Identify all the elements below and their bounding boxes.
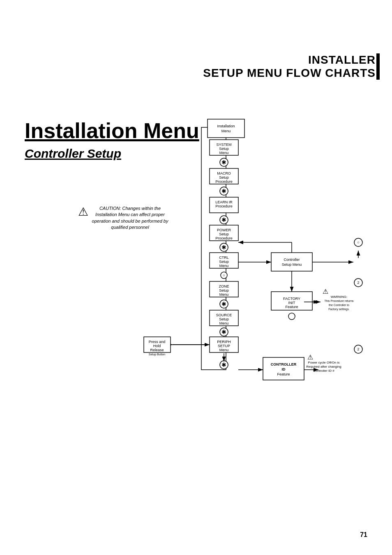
svg-text:Menu: Menu	[219, 321, 229, 325]
svg-text:Controller: Controller	[284, 258, 300, 262]
svg-text:PERIPH: PERIPH	[217, 340, 231, 344]
svg-text:This Procedure returns: This Procedure returns	[324, 299, 354, 302]
svg-point-44	[288, 313, 295, 320]
svg-rect-3	[208, 119, 244, 138]
svg-text:Menu: Menu	[219, 348, 229, 352]
svg-text:⚠: ⚠	[323, 288, 328, 295]
svg-text:✱: ✱	[221, 244, 226, 251]
svg-text:ID: ID	[282, 367, 286, 371]
svg-text:2: 2	[357, 281, 359, 285]
svg-text:Setup: Setup	[219, 175, 229, 180]
page-number: 71	[360, 531, 367, 539]
svg-text:ZONE: ZONE	[219, 284, 229, 288]
svg-text:○: ○	[223, 273, 225, 277]
svg-text:Required after changing: Required after changing	[306, 365, 341, 368]
svg-text:Setup: Setup	[219, 317, 229, 321]
svg-text:POWER: POWER	[217, 228, 231, 232]
svg-text:Press and: Press and	[149, 340, 166, 344]
page-header: INSTALLER SETUP MENU FLOW CHARTS	[203, 53, 376, 80]
svg-text:Release: Release	[150, 348, 164, 352]
svg-text:FACTORY: FACTORY	[283, 297, 300, 301]
flowchart: Installation Menu SYSTEM Setup Menu ✱ MA…	[82, 115, 370, 485]
svg-text:Power cycle Off/On is: Power cycle Off/On is	[308, 361, 340, 364]
svg-text:Setup Button: Setup Button	[149, 353, 166, 356]
svg-text:CTRL: CTRL	[219, 256, 229, 260]
svg-text:✱: ✱	[221, 329, 226, 335]
svg-rect-36	[271, 253, 312, 271]
svg-text:SYSTEM: SYSTEM	[216, 143, 231, 147]
svg-text:✱: ✱	[221, 301, 226, 307]
svg-text:Feature: Feature	[285, 305, 298, 309]
svg-text:✱: ✱	[221, 216, 226, 223]
svg-text:Feature: Feature	[277, 372, 290, 376]
title-line1: INSTALLER	[203, 53, 376, 67]
svg-text:Installation: Installation	[217, 124, 235, 128]
svg-text:Setup: Setup	[219, 288, 229, 292]
svg-text:✱: ✱	[221, 188, 226, 194]
svg-text:SOURCE: SOURCE	[216, 313, 232, 317]
svg-text:✱: ✱	[221, 159, 226, 166]
svg-text:Menu: Menu	[219, 151, 229, 155]
title-line2: SETUP MENU FLOW CHARTS	[203, 67, 376, 80]
svg-text:SETUP: SETUP	[218, 344, 230, 348]
svg-text:Menu: Menu	[221, 129, 231, 133]
svg-text:Procedure: Procedure	[215, 180, 233, 184]
svg-text:WARNING:: WARNING:	[331, 295, 348, 299]
svg-text:Procedure: Procedure	[215, 204, 233, 208]
svg-text:Setup: Setup	[219, 260, 229, 264]
svg-text:○: ○	[357, 240, 359, 244]
svg-text:MACRO: MACRO	[217, 171, 231, 175]
svg-text:2: 2	[357, 347, 359, 351]
svg-text:Factory settings.: Factory settings.	[328, 308, 349, 311]
svg-text:LEARN IR: LEARN IR	[215, 200, 233, 204]
svg-text:Menu: Menu	[219, 292, 229, 297]
svg-text:Procedure: Procedure	[215, 236, 233, 240]
svg-text:the Controller to: the Controller to	[329, 304, 349, 306]
svg-text:Hold: Hold	[153, 344, 161, 348]
svg-text:INIT: INIT	[288, 301, 296, 305]
svg-text:✱: ✱	[221, 362, 226, 368]
svg-text:Setup Menu: Setup Menu	[282, 263, 302, 267]
svg-text:⚠: ⚠	[307, 354, 313, 361]
svg-text:Setup: Setup	[219, 147, 229, 151]
svg-text:CONTROLLER: CONTROLLER	[271, 362, 297, 366]
svg-text:Menu: Menu	[219, 264, 229, 268]
svg-text:Setup: Setup	[219, 232, 229, 236]
